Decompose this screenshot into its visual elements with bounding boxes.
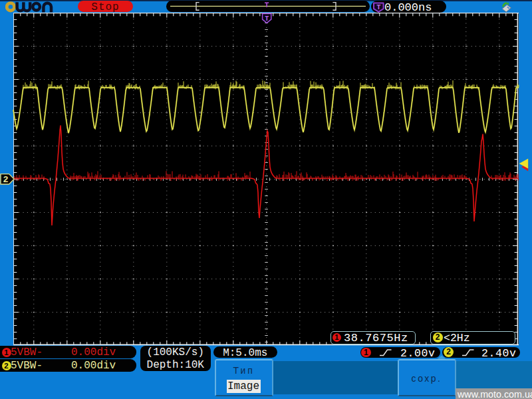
svg-text:2: 2	[3, 175, 9, 185]
